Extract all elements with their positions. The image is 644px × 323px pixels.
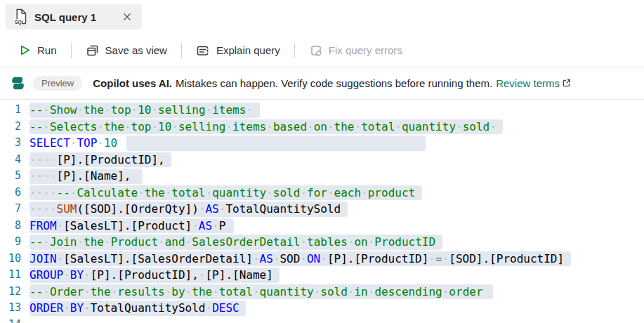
- code-line[interactable]: 10JOIN·[SalesLT].[SalesOrderDetail]·AS·S…: [0, 251, 644, 268]
- line-number: 13: [0, 300, 21, 317]
- line-number: 8: [0, 218, 21, 235]
- line-number: 6: [0, 185, 21, 202]
- line-number: 2: [0, 119, 21, 136]
- tab-bar: SQL SQL query 1: [0, 0, 644, 34]
- external-link-icon[interactable]: [561, 78, 572, 88]
- code-line[interactable]: 1--·Show·the·top·10·selling·items·: [0, 102, 644, 119]
- code-line[interactable]: 13ORDER·BY·TotalQuantitySold·DESC: [0, 300, 644, 317]
- line-number: 11: [0, 267, 21, 284]
- selection-highlight: [126, 136, 426, 151]
- code-line[interactable]: 3SELECT·TOP·10: [0, 135, 644, 152]
- code-line[interactable]: 8FROM·[SalesLT].[Product]·AS·P: [0, 218, 644, 235]
- sql-query-editor: SQL SQL query 1 Run: [0, 0, 644, 323]
- code-editor[interactable]: 1--·Show·the·top·10·selling·items·2--·Se…: [0, 100, 644, 323]
- code-line[interactable]: 6····--·Calculate·the·total·quantity·sol…: [0, 185, 644, 202]
- close-icon[interactable]: [122, 12, 132, 22]
- toolbar-separator: [181, 43, 182, 58]
- copilot-icon: [9, 74, 27, 92]
- code-line[interactable]: 11GROUP·BY·[P].[ProductID],·[P].[Name]: [0, 267, 644, 284]
- code-line[interactable]: 12--·Order·the·results·by·the·total·quan…: [0, 284, 644, 301]
- code-line[interactable]: 9--·Join·the·Product·and·SalesOrderDetai…: [0, 234, 644, 251]
- line-number: 1: [0, 102, 21, 119]
- save-as-view-button[interactable]: Save as view: [80, 39, 173, 62]
- query-toolbar: Run Save as view Explain: [0, 34, 644, 67]
- line-number: 10: [0, 251, 21, 268]
- line-number: 9: [0, 234, 21, 251]
- banner-message: Mistakes can happen. Verify code suggest…: [176, 77, 492, 89]
- banner-bold-text: Copilot uses AI.: [93, 77, 172, 89]
- copilot-preview-banner: Preview Copilot uses AI. Mistakes can ha…: [0, 67, 644, 100]
- line-number: 7: [0, 201, 21, 218]
- line-number: 14: [0, 317, 21, 323]
- line-number: 12: [0, 284, 21, 301]
- line-number: 5: [0, 168, 21, 185]
- line-number: 4: [0, 152, 21, 169]
- review-terms-link[interactable]: Review terms: [496, 77, 560, 89]
- save-as-view-icon: [86, 44, 100, 58]
- explain-query-sparkle-icon: [196, 44, 211, 58]
- code-line[interactable]: 5····[P].[Name],: [0, 168, 644, 185]
- tab-sql-query-1[interactable]: SQL SQL query 1: [6, 4, 142, 29]
- line-number: 3: [0, 135, 21, 152]
- run-button[interactable]: Run: [13, 39, 63, 61]
- code-area[interactable]: 1--·Show·the·top·10·selling·items·2--·Se…: [0, 102, 644, 323]
- tab-title: SQL query 1: [34, 11, 96, 23]
- sql-file-icon: SQL: [14, 8, 28, 25]
- code-line[interactable]: 14: [0, 317, 644, 323]
- toolbar-separator: [71, 43, 72, 58]
- preview-badge: Preview: [33, 76, 82, 91]
- code-line[interactable]: 4····[P].[ProductID],: [0, 152, 644, 169]
- code-line[interactable]: 7····SUM([SOD].[OrderQty])·AS·TotalQuant…: [0, 201, 644, 218]
- play-icon: [18, 44, 32, 57]
- toolbar-separator: [294, 43, 295, 58]
- svg-text:SQL: SQL: [15, 20, 25, 25]
- code-line[interactable]: 2--·Selects·the·top·10·selling·items·bas…: [0, 119, 644, 136]
- explain-query-button[interactable]: Explain query: [190, 39, 286, 62]
- fix-query-errors-button[interactable]: Fix query errors: [303, 39, 408, 62]
- fix-query-errors-icon: [309, 44, 323, 58]
